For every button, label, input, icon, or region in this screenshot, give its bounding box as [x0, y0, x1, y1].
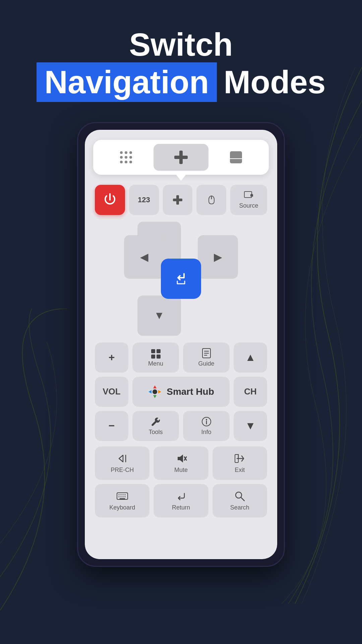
prech-label: PRE-CH [111, 467, 134, 474]
dpad-left-button[interactable]: ◀ [124, 235, 164, 279]
tools-icon [150, 416, 161, 427]
touchpad-icon [229, 150, 243, 165]
vol-up-button[interactable]: + [95, 342, 128, 373]
bottom-nav-row: PRE-CH Mute Exit [95, 446, 267, 480]
svg-point-1 [125, 151, 127, 154]
svg-rect-20 [157, 355, 161, 359]
svg-rect-18 [157, 349, 161, 353]
dpad-right-button[interactable]: ▶ [198, 235, 238, 279]
tools-info-row: − Tools Info [95, 411, 267, 441]
power-button[interactable] [95, 185, 125, 215]
tools-label: Tools [148, 429, 163, 436]
svg-point-29 [153, 389, 157, 394]
svg-point-8 [129, 161, 132, 163]
keyboard-button[interactable]: Keyboard [95, 484, 149, 518]
dpad: ▲ ▼ ◀ ▶ [124, 222, 238, 336]
svg-marker-25 [153, 385, 157, 388]
mode-dpad-button[interactable] [154, 144, 208, 171]
tools-button[interactable]: Tools [132, 411, 179, 441]
exit-label: Exit [235, 467, 245, 474]
top-controls-row: 123 [93, 185, 269, 215]
return-label: Return [172, 504, 190, 511]
svg-marker-26 [153, 395, 157, 398]
svg-marker-27 [148, 390, 152, 393]
mode-switcher-bar [93, 140, 269, 175]
mode-numpad-button[interactable] [99, 144, 154, 171]
return-icon [175, 490, 187, 502]
source-label: Source [239, 202, 258, 209]
keyboard-row: Keyboard Return Search [95, 484, 267, 518]
back-icon [171, 269, 191, 288]
exit-button[interactable]: Exit [213, 446, 267, 480]
numpad-icon [119, 150, 133, 165]
svg-rect-10 [174, 156, 188, 159]
dpad-mode-button[interactable] [163, 185, 193, 215]
source-icon [243, 190, 254, 201]
touch-mode-button[interactable] [196, 185, 226, 215]
search-icon [234, 490, 246, 502]
mode-touchpad-button[interactable] [208, 144, 263, 171]
smarthub-label: Smart Hub [167, 386, 214, 397]
dpad-container: ▲ ▼ ◀ ▶ [93, 222, 269, 336]
svg-rect-14 [173, 199, 182, 201]
phone-screen: 123 [85, 130, 277, 559]
ok-back-button[interactable] [161, 259, 201, 299]
phone-wrapper: 123 [0, 122, 362, 567]
mute-button[interactable]: Mute [154, 446, 208, 480]
right-arrow-icon: ▶ [214, 251, 222, 263]
title-modes: Modes [224, 64, 325, 101]
svg-point-6 [120, 161, 123, 163]
vol-label: VOL [95, 377, 128, 407]
menu-icon [150, 348, 161, 359]
svg-marker-28 [158, 390, 161, 393]
svg-point-3 [120, 156, 123, 159]
dpad-icon [174, 150, 188, 165]
menu-button[interactable]: Menu [132, 342, 179, 373]
smarthub-icon [148, 385, 162, 399]
svg-point-31 [206, 419, 207, 420]
title-navigation: Navigation [37, 62, 217, 102]
vol-smarthub-ch-row: VOL Smart Hub CH [95, 377, 267, 407]
func-vol-row: + Menu [95, 342, 267, 373]
smarthub-button[interactable]: Smart Hub [132, 377, 230, 407]
title-line2: Navigation Modes [0, 62, 362, 102]
touch-icon [206, 195, 217, 205]
svg-rect-17 [151, 349, 155, 353]
ch-up-button[interactable]: ▲ [234, 342, 267, 373]
svg-point-2 [129, 151, 132, 154]
source-button[interactable]: Source [230, 185, 267, 215]
prech-icon [116, 452, 128, 465]
prech-button[interactable]: PRE-CH [95, 446, 149, 480]
search-label: Search [230, 504, 249, 511]
title-section: Switch Navigation Modes [0, 0, 362, 122]
ch-label: CH [234, 377, 267, 407]
mute-label: Mute [174, 467, 188, 474]
info-label: Info [201, 429, 211, 436]
dpad-small-icon [172, 195, 183, 205]
down-arrow-icon: ▼ [154, 309, 165, 322]
svg-point-5 [129, 156, 132, 159]
ch-down-button[interactable]: ▼ [234, 411, 267, 441]
info-button[interactable]: Info [183, 411, 230, 441]
return-button[interactable]: Return [154, 484, 208, 518]
numpad-mode-button[interactable]: 123 [129, 185, 159, 215]
power-icon [103, 193, 117, 207]
mute-icon [175, 452, 187, 465]
keyboard-label: Keyboard [109, 504, 135, 511]
dpad-down-button[interactable]: ▼ [137, 296, 181, 336]
svg-point-4 [125, 156, 127, 159]
svg-line-47 [241, 497, 244, 501]
info-icon [201, 416, 212, 427]
phone: 123 [77, 122, 285, 567]
search-button[interactable]: Search [213, 484, 267, 518]
guide-button[interactable]: Guide [183, 342, 230, 373]
title-switch: Switch [0, 27, 362, 62]
svg-point-0 [120, 151, 123, 154]
svg-point-7 [125, 161, 127, 163]
vol-down-button[interactable]: − [95, 411, 128, 441]
keyboard-icon [116, 490, 128, 502]
exit-icon [234, 452, 246, 465]
svg-rect-19 [151, 355, 155, 359]
guide-icon [201, 348, 212, 359]
menu-label: Menu [148, 360, 163, 367]
